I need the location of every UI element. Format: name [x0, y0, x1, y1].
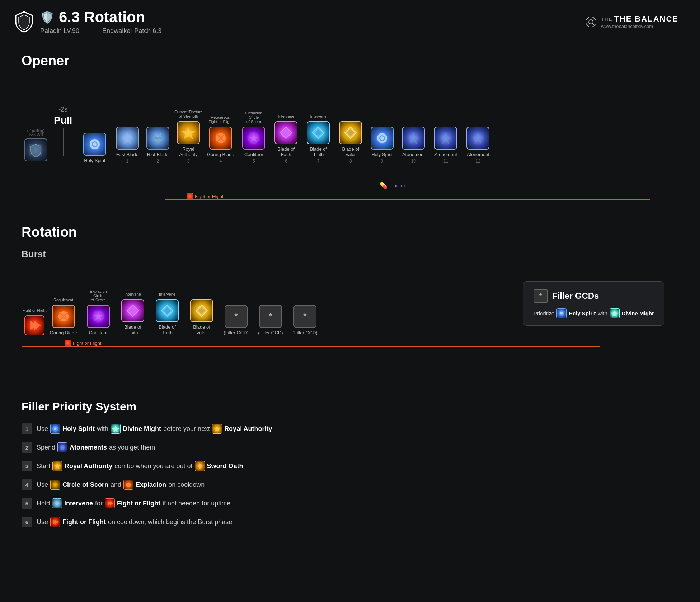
opener-action-11: Atonement 11	[429, 127, 462, 164]
header-subtitle: Paladin LV.90 Endwalker Patch 6.3	[40, 27, 161, 35]
p6-fight-or-flight-icon	[50, 517, 60, 527]
header-title: 🛡️ 6.3 Rotation	[40, 9, 161, 26]
burst-fof-group: Fight or Flight Requiescat Goring Blade	[22, 305, 79, 336]
p5-intervene-icon	[52, 498, 62, 508]
fof-label-opener: Fight or Flight	[187, 193, 223, 199]
p3-royal-authority-icon	[52, 461, 62, 471]
svg-point-22	[54, 484, 56, 486]
opener-action-1: Fast Blade 1	[112, 127, 142, 164]
opener-action-9: Holy Spirit 9	[367, 127, 397, 164]
burst-fof-line	[22, 346, 600, 347]
ability-atonement-10[interactable]	[402, 127, 425, 150]
opener-action-6: Intervene Blade of Faith 6	[270, 121, 302, 164]
ability-fast-blade[interactable]	[116, 127, 139, 150]
priority-item-1: 1 Use Holy Spirit with Divine Might befo…	[22, 423, 678, 434]
filler-gcd-3[interactable]: *	[293, 305, 316, 328]
ability-holy-spirit-9[interactable]	[371, 127, 394, 150]
ability-fight-or-flight-burst[interactable]	[24, 315, 44, 335]
priority-num-2: 2	[22, 442, 32, 453]
filler-gcd-1[interactable]: *	[225, 305, 248, 328]
tincture-line: 💊 Tincture	[136, 189, 650, 189]
opener-action-0: Holy Spirit	[79, 133, 110, 164]
p5-fight-or-flight-icon	[105, 498, 115, 508]
burst-filler-2: * (Filler GCD)	[254, 305, 287, 336]
rotation-title: Rotation	[22, 225, 678, 240]
fof-line-opener: Fight or Flight	[165, 199, 650, 200]
svg-point-17	[54, 428, 56, 430]
balance-url: www.thebalanceffxiv.com	[601, 24, 678, 29]
svg-point-4	[93, 142, 97, 146]
opener-row: (If pulling)Iron Will -2s Pull Holy Spir…	[22, 77, 678, 185]
header-left: 🛡️ 6.3 Rotation Paladin LV.90 Endwalker …	[14, 9, 161, 35]
burst-blade-valor: Blade of Valor	[185, 299, 218, 335]
ability-blade-of-faith-burst[interactable]	[121, 299, 144, 322]
filler-holy-spirit-icon	[556, 308, 567, 318]
priority-text-3: Start Royal Authority combo when you are…	[37, 461, 243, 471]
p2-atonement-icon	[57, 442, 67, 452]
svg-point-0	[589, 20, 593, 24]
balance-name-group: THE THE BALANCE www.thebalanceffxiv.com	[601, 14, 678, 29]
svg-rect-5	[154, 137, 162, 139]
priority-text-2: Spend Atonements as you get them	[37, 442, 155, 452]
opener-title: Opener	[22, 53, 678, 69]
ability-blade-of-truth-opener[interactable]	[307, 121, 330, 144]
priority-text-6: Use Fight or Flight on cooldown, which b…	[37, 517, 232, 527]
opener-action-2: Riot Blade 2	[142, 127, 173, 164]
ability-goring-blade-opener[interactable]	[209, 127, 232, 150]
priority-item-6: 6 Use Fight or Flight on cooldown, which…	[22, 517, 678, 527]
burst-blade-truth: Intervene Blade of Truth	[151, 299, 183, 335]
header: 🛡️ 6.3 Rotation Paladin LV.90 Endwalker …	[0, 0, 700, 42]
ability-iron-will[interactable]	[24, 138, 47, 161]
svg-marker-20	[54, 464, 61, 469]
priority-num-4: 4	[22, 479, 32, 490]
filler-star-icon: *	[534, 289, 548, 303]
burst-filler-1: * (Filler GCD)	[220, 305, 252, 336]
rotation-section: Rotation Burst Fight or Flight Requiesca…	[0, 221, 700, 400]
ability-royal-authority-opener[interactable]	[177, 121, 200, 144]
p4-circle-of-scorn-icon	[50, 480, 60, 490]
priority-item-2: 2 Spend Atonements as you get them	[22, 442, 678, 453]
filler-priority-title: Filler Priority System	[22, 400, 678, 413]
balance-logo: THE THE BALANCE www.thebalanceffxiv.com	[584, 14, 678, 29]
filler-title-row: * Filler GCDs	[534, 289, 654, 303]
svg-point-10	[380, 136, 384, 140]
ability-atonement-11[interactable]	[434, 127, 457, 150]
pull-line	[63, 128, 64, 156]
filler-priority-section: Filler Priority System 1 Use Holy Spirit…	[0, 400, 700, 550]
opener-action-5: ExpiacionCircleof Scorn Confiteor 5	[238, 127, 270, 164]
ability-goring-blade-burst[interactable]	[52, 305, 75, 328]
ability-holy-spirit-0[interactable]	[83, 133, 106, 156]
ability-confiteor-burst[interactable]	[87, 305, 110, 328]
header-title-group: 🛡️ 6.3 Rotation Paladin LV.90 Endwalker …	[40, 9, 161, 35]
opener-action-12: Atonement 12	[462, 127, 494, 164]
priority-num-5: 5	[22, 498, 32, 509]
ability-riot-blade[interactable]	[146, 127, 169, 150]
burst-filler-3: * (Filler GCD)	[289, 305, 321, 336]
p4-expiacion-icon	[123, 480, 133, 490]
filler-title: Filler GCDs	[552, 291, 599, 301]
ability-blade-of-truth-burst[interactable]	[156, 299, 179, 322]
svg-marker-19	[214, 426, 220, 432]
priority-text-4: Use Circle of Scorn and Expiacion on coo…	[37, 480, 205, 490]
ability-blade-of-faith-opener[interactable]	[274, 121, 297, 144]
burst-fof-label: Fight or Flight	[65, 340, 101, 346]
opener-action-3: Current Tinctureof Strength Royal Author…	[173, 121, 203, 164]
priority-text-5: Hold Intervene for Fight or Flight if no…	[37, 498, 230, 508]
priority-num-3: 3	[22, 461, 32, 471]
ability-blade-of-valor-opener[interactable]	[339, 121, 362, 144]
opener-action-10: Atonement 10	[397, 127, 429, 164]
priority-text-1: Use Holy Spirit with Divine Might before…	[37, 424, 272, 434]
opener-lines: 💊 Tincture Fight or Flight	[136, 185, 650, 210]
svg-marker-15	[611, 310, 618, 317]
filler-gcds-box: * Filler GCDs Prioritize Holy Spirit wit…	[523, 281, 664, 326]
balance-gear-icon	[584, 15, 597, 28]
opener-action-7: Intervene Blade of Truth 7	[302, 121, 334, 164]
ability-atonement-12[interactable]	[466, 127, 489, 150]
priority-num-6: 6	[22, 517, 32, 527]
burst-fof-line-container: Fight or Flight	[22, 343, 600, 361]
tincture-label: 💊 Tincture	[380, 182, 406, 189]
ability-confiteor-opener[interactable]	[242, 127, 265, 150]
opener-action-8: Blade of Valor 8	[334, 121, 367, 164]
filler-gcd-2[interactable]: *	[259, 305, 282, 328]
ability-blade-of-valor-burst[interactable]	[190, 299, 213, 322]
